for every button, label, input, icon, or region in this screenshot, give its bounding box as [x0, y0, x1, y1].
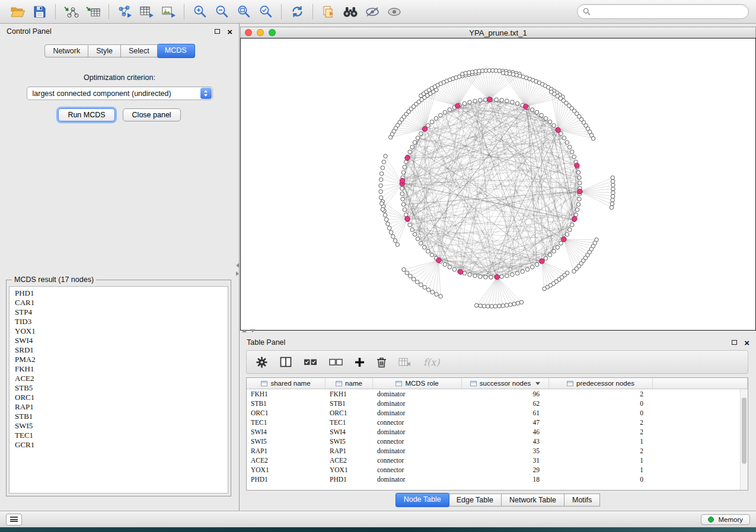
table-row-swi4[interactable]: SWI4SWI4dominator462	[247, 427, 748, 437]
result-item-tid3[interactable]: TID3	[9, 317, 228, 326]
zoom-out-button[interactable]	[211, 2, 232, 21]
close-panel-button[interactable]: ×	[227, 27, 232, 36]
result-item-gcr1[interactable]: GCR1	[9, 440, 228, 450]
cell-name[interactable]: PHD1	[326, 475, 373, 484]
cell-mcds-role[interactable]: dominator	[373, 399, 462, 408]
cell-predecessor-nodes[interactable]: 1	[549, 437, 653, 446]
network-window-titlebar[interactable]: YPA_prune.txt_1	[240, 27, 756, 38]
cell-mcds-role[interactable]: connector	[373, 456, 462, 465]
search-field[interactable]	[577, 4, 749, 19]
cell-successor-nodes[interactable]: 35	[462, 446, 549, 456]
cell-predecessor-nodes[interactable]: 0	[549, 475, 653, 484]
result-item-pma2[interactable]: PMA2	[9, 355, 228, 364]
table-row-yox1[interactable]: YOX1YOX1connector291	[247, 465, 748, 475]
deselect-all-rows-button[interactable]	[329, 357, 343, 367]
result-item-swi5[interactable]: SWI5	[9, 421, 228, 431]
select-all-rows-button[interactable]	[304, 357, 317, 367]
zoom-in-button[interactable]	[189, 2, 210, 21]
network-view[interactable]	[240, 38, 756, 331]
column-header-name[interactable]: name	[326, 378, 373, 389]
cell-successor-nodes[interactable]: 46	[462, 427, 549, 437]
cell-name[interactable]: YOX1	[326, 465, 373, 475]
result-item-yox1[interactable]: YOX1	[9, 326, 228, 336]
cell-successor-nodes[interactable]: 31	[462, 456, 549, 465]
result-item-stb5[interactable]: STB5	[9, 383, 228, 393]
column-header-mcds-role[interactable]: MCDS role	[373, 378, 462, 389]
cell-mcds-role[interactable]: dominator	[373, 446, 462, 456]
table-settings-button[interactable]	[256, 356, 268, 368]
tab-edge-table[interactable]: Edge Table	[449, 493, 502, 507]
export-table-button[interactable]	[136, 2, 157, 21]
export-network-button[interactable]	[114, 2, 135, 21]
table-row-orc1[interactable]: ORC1ORC1dominator610	[247, 408, 748, 418]
cell-predecessor-nodes[interactable]: 2	[549, 446, 653, 456]
split-columns-button[interactable]	[280, 357, 292, 367]
cell-predecessor-nodes[interactable]: 2	[549, 427, 653, 437]
network-graph[interactable]	[241, 39, 755, 330]
cell-predecessor-nodes[interactable]: 2	[549, 418, 653, 427]
add-column-button[interactable]	[355, 357, 365, 367]
cell-name[interactable]: ORC1	[326, 408, 373, 418]
hide-selected-button[interactable]	[362, 2, 383, 21]
table-row-stb1[interactable]: STB1STB1dominator620	[247, 399, 748, 408]
export-image-button[interactable]	[158, 2, 179, 21]
cell-successor-nodes[interactable]: 18	[462, 475, 549, 484]
tab-node-table[interactable]: Node Table	[395, 493, 449, 507]
cell-shared-name[interactable]: STB1	[247, 399, 326, 408]
cell-predecessor-nodes[interactable]: 0	[549, 399, 653, 408]
result-item-srd1[interactable]: SRD1	[9, 345, 228, 355]
cell-predecessor-nodes[interactable]: 1	[549, 456, 653, 465]
tab-style[interactable]: Style	[88, 44, 121, 57]
cell-name[interactable]: FKH1	[326, 389, 373, 399]
first-neighbors-button[interactable]	[340, 2, 361, 21]
result-item-swi4[interactable]: SWI4	[9, 336, 228, 345]
cell-predecessor-nodes[interactable]: 0	[549, 408, 653, 418]
tab-motifs[interactable]: Motifs	[564, 493, 600, 507]
result-item-car1[interactable]: CAR1	[9, 298, 228, 307]
result-item-fkh1[interactable]: FKH1	[9, 364, 228, 374]
cell-shared-name[interactable]: SWI4	[247, 427, 326, 437]
table-row-ace2[interactable]: ACE2ACE2connector311	[247, 456, 748, 465]
cell-predecessor-nodes[interactable]: 2	[549, 389, 653, 399]
cell-mcds-role[interactable]: connector	[373, 465, 462, 475]
table-scrollbar[interactable]	[740, 389, 748, 490]
horizontal-splitter[interactable]	[242, 329, 255, 334]
close-table-panel-button[interactable]: ×	[744, 338, 749, 347]
tab-mcds[interactable]: MCDS	[157, 44, 195, 58]
run-mcds-button[interactable]: Run MCDS	[58, 108, 114, 121]
cell-shared-name[interactable]: PHD1	[247, 475, 326, 484]
refresh-view-button[interactable]	[286, 2, 308, 21]
show-panels-button[interactable]	[6, 514, 22, 525]
memory-button[interactable]: Memory	[701, 514, 750, 525]
cell-successor-nodes[interactable]: 61	[462, 408, 549, 418]
cell-successor-nodes[interactable]: 96	[462, 389, 549, 399]
cell-shared-name[interactable]: RAP1	[247, 446, 326, 456]
cell-successor-nodes[interactable]: 29	[462, 465, 549, 475]
open-session-button[interactable]	[7, 2, 28, 21]
tab-network-table[interactable]: Network Table	[502, 493, 564, 507]
import-network-button[interactable]	[60, 2, 82, 21]
cell-mcds-role[interactable]: dominator	[373, 408, 462, 418]
cell-mcds-role[interactable]: dominator	[373, 475, 462, 484]
cell-mcds-role[interactable]: connector	[373, 418, 462, 427]
cell-shared-name[interactable]: ORC1	[247, 408, 326, 418]
cell-name[interactable]: RAP1	[326, 446, 373, 456]
save-session-button[interactable]	[29, 2, 50, 21]
result-item-tec1[interactable]: TEC1	[9, 431, 228, 440]
criterion-dropdown[interactable]: largest connected component (undirected)	[27, 86, 213, 100]
result-item-stp4[interactable]: STP4	[9, 307, 228, 317]
result-item-stb1[interactable]: STB1	[9, 412, 228, 421]
cell-predecessor-nodes[interactable]: 1	[549, 465, 653, 475]
float-panel-button[interactable]	[215, 27, 220, 36]
zoom-selected-button[interactable]	[255, 2, 276, 21]
mcds-result-list[interactable]: PHD1CAR1STP4TID3YOX1SWI4SRD1PMA2FKH1ACE2…	[9, 286, 228, 493]
vertical-splitter[interactable]	[236, 263, 240, 276]
column-header-shared-name[interactable]: shared name	[247, 378, 326, 389]
import-table-button[interactable]	[82, 2, 104, 21]
cell-name[interactable]: SWI5	[326, 437, 373, 446]
cell-name[interactable]: TEC1	[326, 418, 373, 427]
result-item-phd1[interactable]: PHD1	[9, 289, 228, 298]
minimize-window-button[interactable]	[257, 29, 264, 36]
close-window-button[interactable]	[245, 29, 252, 36]
cell-mcds-role[interactable]: dominator	[373, 427, 462, 437]
